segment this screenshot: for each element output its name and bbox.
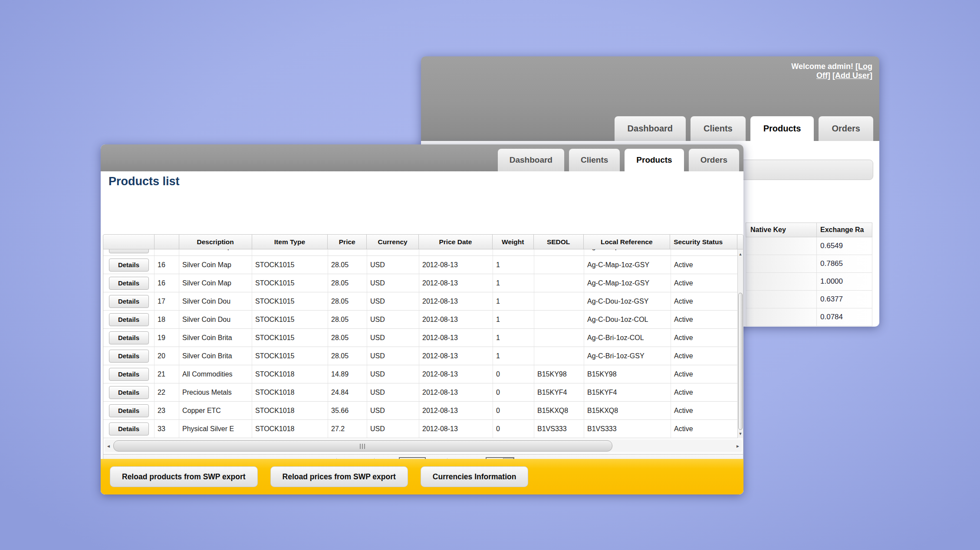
cell-sedol: B15KXQ8	[534, 402, 584, 419]
details-button[interactable]: Details	[109, 350, 149, 363]
cell-id: 19	[155, 329, 179, 347]
column-header-price_date[interactable]: Price Date	[419, 235, 493, 249]
cell-item_type: STOCK1015	[252, 311, 328, 328]
cell-price: 28.05	[328, 347, 367, 365]
details-button[interactable]: Details	[109, 259, 149, 272]
cell-native-key	[746, 237, 817, 255]
cell-local_reference: Ag-C-Bri-1oz-GSY	[584, 347, 671, 365]
tab-dashboard[interactable]: Dashboard	[498, 149, 564, 171]
tab-orders[interactable]: Orders	[819, 116, 873, 141]
native-key-column-header: Native Key	[746, 223, 817, 237]
cell-security_status: Active	[671, 249, 738, 255]
cell-description: Silver Coin Dou	[179, 292, 252, 310]
table-row: Details19Silver Coin BritaSTOCK101528.05…	[103, 329, 738, 347]
currencies-information-button[interactable]: Currencies Information	[421, 466, 529, 487]
cell-weight: 1	[493, 249, 534, 255]
horizontal-scrollbar-track[interactable]: ◄ ►	[105, 440, 742, 452]
cell-sedol	[534, 249, 584, 255]
reload-prices-button[interactable]: Reload prices from SWP export	[270, 466, 408, 487]
products-grid: DescriptionItem TypePriceCurrencyPrice D…	[103, 234, 743, 472]
cell-description: Copper ETC	[179, 402, 252, 419]
grid-body: Details15Silver Coin MapSTOCK101528.05US…	[103, 249, 743, 438]
cell-item_type: STOCK1018	[252, 383, 328, 401]
cell-id: 21	[155, 365, 179, 383]
cell-local_reference: Ag-C-Dou-1oz-COL	[584, 311, 671, 328]
details-button[interactable]: Details	[109, 422, 149, 435]
add-user-link[interactable]: [Add User]	[832, 71, 872, 80]
details-button[interactable]: Details	[109, 249, 149, 253]
column-header-weight[interactable]: Weight	[493, 235, 534, 249]
cell-weight: 0	[493, 365, 534, 383]
tab-products[interactable]: Products	[625, 149, 684, 171]
welcome-text: Welcome admin!	[791, 62, 855, 71]
scroll-down-icon[interactable]: ▼	[738, 430, 743, 437]
cell-item_type: STOCK1015	[252, 329, 328, 347]
details-button[interactable]: Details	[109, 404, 149, 417]
cell-weight: 0	[493, 420, 534, 438]
products-window-header: DashboardClientsProductsOrders	[101, 144, 743, 171]
cell-item_type: STOCK1015	[252, 249, 328, 255]
cell-price_date: 2012-08-13	[419, 311, 493, 328]
details-cell: Details	[103, 365, 155, 383]
cell-native-key	[746, 308, 817, 326]
cell-price: 28.05	[328, 274, 367, 292]
cell-price_date: 2012-08-13	[419, 420, 493, 438]
table-row: Details15Silver Coin MapSTOCK101528.05US…	[103, 249, 738, 256]
details-button[interactable]: Details	[109, 295, 149, 308]
tab-dashboard[interactable]: Dashboard	[615, 116, 686, 141]
cell-local_reference: B15KYF4	[584, 383, 671, 401]
cell-sedol	[534, 292, 584, 310]
table-row: Details16Silver Coin MapSTOCK101528.05US…	[103, 274, 738, 292]
details-button[interactable]: Details	[109, 368, 149, 381]
details-button[interactable]: Details	[109, 386, 149, 399]
cell-weight: 1	[493, 274, 534, 292]
horizontal-scrollbar-thumb[interactable]	[113, 440, 612, 452]
column-header-security_status[interactable]: Security Status	[670, 235, 737, 249]
exchange-rates-rows: 0.65490.78651.00000.63770.0784	[746, 237, 872, 326]
cell-local_reference: Ag-C-Map-1oz-COL	[584, 249, 671, 255]
column-header-sedol[interactable]: SEDOL	[534, 235, 584, 249]
products-window: DashboardClientsProductsOrders Products …	[101, 144, 743, 494]
vertical-scrollbar[interactable]: ▲ ▼	[737, 249, 743, 438]
cell-sedol: B15KYF4	[534, 383, 584, 401]
tab-orders[interactable]: Orders	[689, 149, 739, 171]
scroll-left-icon[interactable]: ◄	[105, 440, 112, 452]
background-window-header: Welcome admin! [Log Off] [Add User] Dash…	[421, 56, 879, 141]
cell-local_reference: Ag-C-Map-1oz-GSY	[584, 256, 671, 274]
column-header-id[interactable]	[155, 235, 179, 249]
vertical-scrollbar-thumb[interactable]	[738, 293, 743, 430]
tab-clients[interactable]: Clients	[569, 149, 620, 171]
horizontal-scrollbar[interactable]: ◄ ►	[103, 438, 743, 455]
reload-products-button[interactable]: Reload products from SWP export	[110, 466, 258, 487]
desktop-background: Welcome admin! [Log Off] [Add User] Dash…	[0, 0, 980, 550]
tab-clients[interactable]: Clients	[691, 116, 746, 141]
cell-currency: USD	[367, 365, 419, 383]
cell-price_date: 2012-08-13	[419, 292, 493, 310]
cell-exchange-rate: 0.6549	[817, 237, 872, 255]
column-header-local_reference[interactable]: Local Reference	[584, 235, 671, 249]
cell-description: Silver Coin Brita	[179, 329, 252, 347]
cell-price_date: 2012-08-13	[419, 274, 493, 292]
column-header-description[interactable]: Description	[179, 235, 252, 249]
column-header-price[interactable]: Price	[328, 235, 367, 249]
welcome-message: Welcome admin! [Log Off] [Add User]	[782, 62, 872, 80]
cell-native-key	[746, 273, 817, 290]
column-header-details[interactable]	[103, 235, 155, 249]
details-button[interactable]: Details	[109, 313, 149, 326]
cell-item_type: STOCK1015	[252, 256, 328, 274]
cell-exchange-rate: 0.0784	[817, 308, 872, 326]
details-button[interactable]: Details	[109, 331, 149, 344]
details-cell: Details	[103, 329, 155, 347]
cell-price: 28.05	[328, 249, 367, 255]
cell-security_status: Active	[671, 311, 738, 328]
cell-item_type: STOCK1015	[252, 292, 328, 310]
scroll-right-icon[interactable]: ►	[734, 440, 742, 452]
cell-description: Physical Silver E	[179, 420, 252, 438]
exchange-rate-row: 1.0000	[746, 273, 872, 291]
column-header-currency[interactable]: Currency	[367, 235, 419, 249]
tab-products[interactable]: Products	[750, 116, 814, 141]
scroll-up-icon[interactable]: ▲	[738, 250, 743, 258]
details-button[interactable]: Details	[109, 277, 149, 290]
cell-local_reference: Ag-C-Dou-1oz-GSY	[584, 292, 671, 310]
column-header-item_type[interactable]: Item Type	[252, 235, 328, 249]
